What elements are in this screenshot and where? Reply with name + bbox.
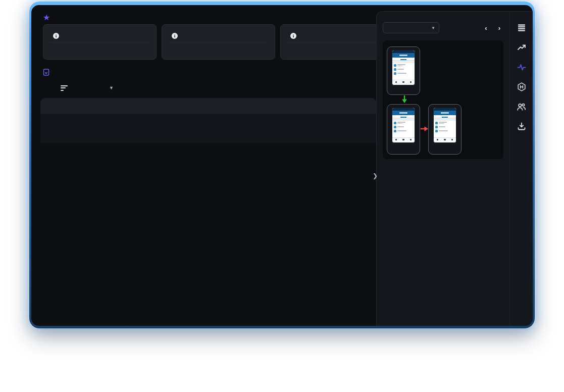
persona-nav: ‹ › [485, 25, 500, 31]
users-icon[interactable] [517, 102, 527, 112]
app-window: ★ i [31, 5, 533, 326]
trending-up-icon[interactable] [517, 42, 527, 53]
icon-rail [509, 12, 533, 326]
arrow-down-icon [401, 95, 408, 104]
results-table [40, 98, 376, 143]
journey-card[interactable] [387, 104, 420, 155]
steps-timeline [40, 114, 376, 132]
phone-screenshot [433, 108, 456, 143]
steps-taken-card: i [162, 24, 275, 60]
info-icon[interactable]: i [172, 33, 178, 39]
journey-card[interactable] [387, 46, 420, 95]
chevron-down-icon[interactable]: ▼ [109, 85, 114, 90]
filter-lines-icon[interactable] [61, 85, 68, 91]
panel-collapse-chevron[interactable]: ❯ [373, 172, 378, 179]
table-header-row [40, 98, 376, 114]
prev-persona-button[interactable]: ‹ [485, 25, 487, 31]
menu-icon[interactable] [517, 23, 527, 33]
persona-row: ▼ ‹ › [383, 22, 503, 33]
journey-card[interactable] [428, 104, 462, 155]
chevron-down-icon: ▼ [431, 26, 435, 30]
phone-screenshot [392, 50, 415, 85]
next-persona-button[interactable]: › [498, 25, 500, 31]
star-icon: ★ [43, 14, 50, 22]
download-icon[interactable] [517, 121, 527, 131]
right-region: ❯ ▼ ‹ › [376, 11, 533, 326]
hexagon-h-icon[interactable] [517, 82, 527, 92]
info-icon[interactable]: i [53, 33, 59, 39]
persona-select[interactable]: ▼ [383, 22, 439, 33]
testing-journey-box [383, 40, 503, 159]
activity-icon[interactable] [517, 62, 527, 72]
testing-activity-panel: ❯ ▼ ‹ › [377, 12, 509, 326]
details-doc-icon [43, 69, 50, 76]
phone-screenshot [392, 108, 415, 143]
arrow-right-icon [420, 125, 429, 132]
info-icon[interactable]: i [290, 33, 296, 39]
window-glow-border: ★ i [29, 2, 535, 328]
task-completion-ratio-card: i [43, 24, 157, 60]
